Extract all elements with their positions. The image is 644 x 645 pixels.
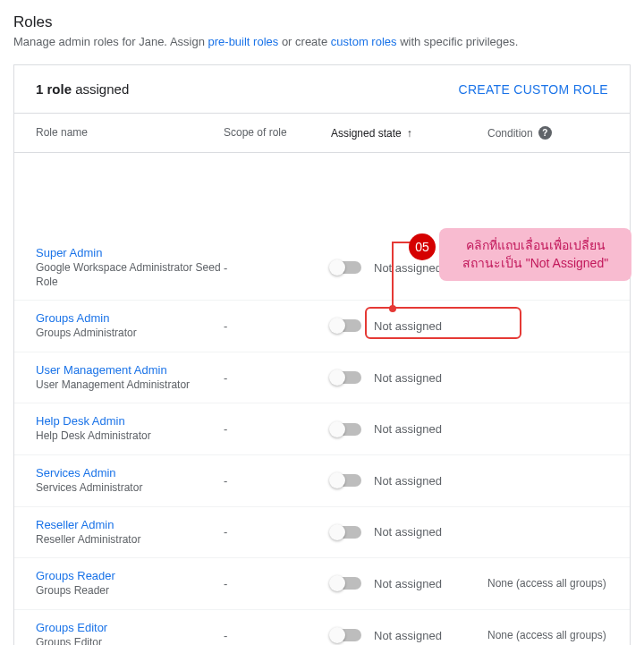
role-name-link[interactable]: Help Desk Admin — [36, 414, 224, 428]
table-header-row: Role name Scope of role Assigned state ↑… — [14, 114, 630, 153]
annotation-leader-line — [392, 242, 394, 309]
subtitle-text: or create — [278, 35, 331, 48]
column-header-condition[interactable]: Condition ? — [487, 126, 608, 140]
assigned-state-text: Not assigned — [374, 629, 442, 642]
annotation-text-box: คลิกที่แถบเลื่อนเพื่อเปลี่ยน สถานะเป็น "… — [439, 228, 631, 281]
table-row: Groups ReaderGroups Reader-Not assignedN… — [14, 558, 630, 610]
annotation-text-line: คลิกที่แถบเลื่อนเพื่อเปลี่ยน — [452, 237, 619, 255]
table-row: Groups EditorGroups Editor-Not assignedN… — [14, 610, 630, 645]
assigned-state-text: Not assigned — [374, 319, 442, 333]
condition-value: None (access all groups) — [487, 577, 608, 590]
role-name-link[interactable]: Reseller Admin — [36, 518, 224, 531]
assigned-state-text: Not assigned — [374, 577, 442, 590]
role-name-link[interactable]: Super Admin — [36, 246, 224, 259]
role-description: Groups Administrator — [36, 327, 224, 341]
assigned-toggle[interactable] — [331, 371, 361, 384]
assigned-toggle[interactable] — [331, 261, 361, 274]
assigned-toggle[interactable] — [331, 526, 361, 539]
assigned-toggle[interactable] — [331, 423, 361, 436]
page-title: Roles — [13, 13, 631, 31]
table-row: Reseller AdminReseller Administrator-Not… — [14, 507, 630, 559]
annotation-leader-dot — [389, 305, 396, 312]
annotation-text-line: สถานะเป็น "Not Assigned" — [452, 255, 619, 273]
role-name-link[interactable]: User Management Admin — [36, 363, 224, 377]
role-description: Groups Editor — [36, 636, 224, 645]
scope-value: - — [224, 577, 331, 590]
role-name-link[interactable]: Groups Admin — [36, 311, 224, 325]
panel-header: 1 role assigned CREATE CUSTOM ROLE — [14, 65, 630, 114]
custom-roles-link[interactable]: custom roles — [331, 35, 397, 48]
column-header-condition-label: Condition — [487, 127, 533, 140]
table-row: Services AdminServices Administrator-Not… — [14, 455, 630, 507]
scope-value: - — [224, 261, 331, 275]
scope-value: - — [224, 629, 331, 642]
scope-value: - — [224, 319, 331, 333]
role-description: Reseller Administrator — [36, 533, 224, 547]
scope-value: - — [224, 371, 331, 385]
assigned-toggle[interactable] — [331, 319, 361, 332]
condition-value: None (access all groups) — [487, 629, 608, 641]
sort-arrow-up-icon: ↑ — [407, 127, 412, 140]
role-description: User Management Administrator — [36, 378, 224, 393]
role-description: Help Desk Administrator — [36, 429, 224, 444]
create-custom-role-button[interactable]: CREATE CUSTOM ROLE — [459, 82, 608, 97]
scope-value: - — [224, 525, 331, 539]
annotation-step-badge: 05 — [409, 233, 436, 260]
table-row: User Management AdminUser Management Adm… — [14, 352, 630, 404]
scope-value: - — [224, 474, 331, 488]
assigned-toggle[interactable] — [331, 629, 361, 641]
column-header-state-label: Assigned state — [331, 127, 402, 140]
subtitle-text: Manage admin roles for Jane. Assign — [13, 35, 208, 48]
table-row: Groups AdminGroups Administrator-Not ass… — [14, 301, 630, 352]
table-body: Super AdminGoogle Workspace Administrato… — [14, 153, 630, 645]
page-subtitle: Manage admin roles for Jane. Assign pre-… — [13, 35, 631, 48]
role-description: Services Administrator — [36, 481, 224, 496]
assigned-toggle[interactable] — [331, 577, 361, 590]
roles-panel: 1 role assigned CREATE CUSTOM ROLE Role … — [13, 64, 631, 645]
subtitle-text: with specific privileges. — [397, 35, 519, 48]
assigned-state-text: Not assigned — [374, 525, 442, 539]
table-row: Help Desk AdminHelp Desk Administrator-N… — [14, 403, 630, 455]
role-description: Google Workspace Administrator Seed Role — [36, 261, 224, 289]
column-header-state[interactable]: Assigned state ↑ — [331, 126, 487, 140]
scope-value: - — [224, 422, 331, 436]
role-name-link[interactable]: Groups Reader — [36, 569, 224, 582]
annotation-callout: 05 คลิกที่แถบเลื่อนเพื่อเปลี่ยน สถานะเป็… — [409, 228, 631, 281]
role-count-text: assigned — [72, 81, 129, 97]
column-header-name[interactable]: Role name — [36, 126, 224, 140]
column-header-scope[interactable]: Scope of role — [224, 126, 331, 140]
role-name-link[interactable]: Groups Editor — [36, 621, 224, 634]
assigned-state-text: Not assigned — [374, 422, 442, 436]
assigned-toggle[interactable] — [331, 474, 361, 487]
role-count: 1 role assigned — [36, 81, 129, 97]
role-name-link[interactable]: Services Admin — [36, 466, 224, 480]
assigned-state-text: Not assigned — [374, 371, 442, 385]
role-count-num: 1 role — [36, 81, 72, 97]
help-icon[interactable]: ? — [538, 126, 552, 140]
role-description: Groups Reader — [36, 584, 224, 598]
prebuilt-roles-link[interactable]: pre-built roles — [208, 35, 279, 48]
assigned-state-text: Not assigned — [374, 474, 442, 488]
